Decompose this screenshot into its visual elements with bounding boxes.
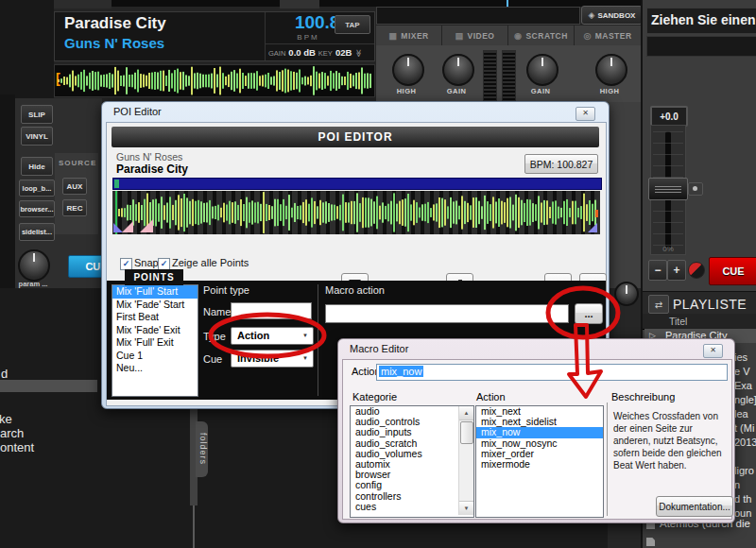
vu-meter-right (502, 50, 516, 104)
browser-item-fragment[interactable]: d (1, 367, 8, 381)
pitch-minus-button[interactable]: − (648, 260, 667, 281)
browser-selected-row[interactable] (0, 380, 97, 392)
playlist-row-fragment[interactable]: ies (734, 351, 756, 363)
scroll-down-button[interactable]: ▼ (459, 501, 473, 515)
list-item[interactable]: First Beat (112, 311, 198, 324)
kategorie-list[interactable]: audio audio_controls audio_inputs audio_… (350, 405, 474, 518)
macro-editor-titlebar[interactable]: Macro Editor ✕ (338, 339, 734, 359)
loop-button[interactable]: loop_b... (19, 180, 55, 197)
list-item[interactable]: Mix 'Fade' Start (112, 299, 198, 312)
list-item[interactable]: Neu... (112, 362, 198, 375)
action-list[interactable]: mix_next mix_next_sidelist mix_now mix_n… (475, 405, 604, 518)
cue-select[interactable]: Invisible ▼ (231, 350, 314, 368)
tab-scratch[interactable]: ◉ SCRATCH (508, 26, 574, 45)
poi-editor-titlebar[interactable]: POI Editor ✕ (102, 102, 609, 122)
macro-action-input[interactable] (325, 304, 569, 323)
poi-marker-pink2[interactable] (140, 219, 153, 232)
playlist-row-partial[interactable] (643, 535, 756, 548)
playlist-row-fragment[interactable]: ngle] (734, 394, 756, 405)
chevron-down-icon: ▼ (302, 355, 308, 361)
close-icon[interactable]: ✕ (703, 344, 723, 358)
macro-browse-button[interactable]: ... (575, 303, 603, 324)
pitch-plus-button[interactable]: + (667, 260, 686, 281)
browser-button[interactable]: browser... (19, 200, 55, 217)
position-indicator (114, 180, 119, 188)
tab-video[interactable]: ▤ VIDEO (442, 26, 507, 45)
dokumentation-button[interactable]: Dokumentation... (656, 496, 733, 517)
beschreibung-text: Weiches Crossfaden von der einen Seite z… (613, 410, 727, 471)
tab-mixer-label: MIXER (401, 31, 428, 41)
song-position-bar[interactable] (112, 178, 602, 190)
list-item[interactable]: Mix 'Full' Start (112, 285, 198, 299)
browser-item-fragment[interactable]: ke (0, 412, 12, 426)
scrollbar-thumb[interactable] (460, 421, 473, 444)
playlist-row-fragment[interactable]: n (734, 479, 756, 490)
action-input[interactable]: mix_now (376, 364, 728, 381)
playlist-row-fragment[interactable]: lea (734, 408, 756, 420)
close-icon[interactable]: ✕ (576, 107, 595, 121)
points-tab[interactable]: POINTS (125, 269, 183, 285)
poi-marker-pink[interactable] (122, 221, 133, 232)
vinyl-button[interactable]: VINYL (21, 127, 53, 146)
tab-mixer[interactable]: ▦ MIXER (376, 26, 441, 45)
sandbox-button[interactable]: ◈ SANDBOX (581, 6, 643, 25)
eq-high-knob-left[interactable] (392, 54, 424, 86)
name-input[interactable] (231, 302, 312, 319)
cue-dot-icon[interactable] (688, 262, 705, 279)
type-select-value: Action (237, 330, 269, 341)
poi-waveform[interactable] (112, 191, 600, 234)
type-select[interactable]: Action ▼ (231, 327, 314, 345)
deck-waveform[interactable]: [ (54, 64, 375, 97)
beschreibung-divider (607, 402, 608, 516)
gain-knob-right[interactable] (526, 54, 558, 86)
cue-button-right-deck[interactable]: CUE (709, 257, 756, 285)
sandbox-label: SANDBOX (597, 11, 635, 20)
playlist-row-fragment[interactable]: t (Mi (734, 422, 756, 434)
playlist-row-fragment[interactable]: d th (734, 493, 756, 505)
param-knob[interactable] (18, 249, 50, 282)
playlist-column-header[interactable]: Titel (643, 314, 756, 330)
fader-side-nub[interactable] (688, 182, 703, 196)
slip-button[interactable]: SLIP (21, 105, 53, 124)
zeige-alle-points-label: Zeige alle Points (172, 257, 249, 268)
points-list[interactable]: Mix 'Full' Start Mix 'Fade' Start First … (112, 284, 198, 397)
titel-column-label: Titel (669, 316, 687, 327)
playlist-row-fragment[interactable]: Exa (734, 380, 756, 391)
playlist-row-fragment[interactable]: 2013 (734, 437, 756, 448)
crossfader-knob[interactable] (614, 282, 639, 306)
kategorie-scrollbar[interactable]: ▲ ▼ (458, 406, 473, 515)
poi-marker-blue-end[interactable] (588, 223, 597, 232)
tab-master[interactable]: ◎ MASTER (575, 26, 641, 45)
chevron-down-icon[interactable]: ≫ (354, 49, 363, 57)
list-item-selected[interactable]: mix_now (476, 427, 603, 437)
tab-video-label: VIDEO (468, 31, 495, 41)
eq-high-knob-right[interactable] (595, 54, 627, 86)
shuffle-icon[interactable]: ⇄ (648, 295, 669, 314)
list-item[interactable]: config (351, 480, 473, 490)
name-label: Name (203, 306, 231, 317)
list-item[interactable]: Mix 'Full' Exit (112, 336, 198, 350)
list-item[interactable]: Cue 1 (112, 350, 198, 363)
hide-button[interactable]: Hide (21, 157, 53, 176)
list-item[interactable]: audio_inputs (351, 427, 473, 437)
browser-item-fragment[interactable]: ontent (0, 440, 34, 454)
sidelist-button[interactable]: sidelist... (19, 223, 55, 241)
list-item[interactable]: Mix 'Fade' Exit (112, 324, 198, 337)
tap-button[interactable]: TAP (335, 15, 370, 34)
list-item[interactable]: cues (351, 502, 473, 512)
playlist-row-fragment[interactable]: e V (734, 366, 756, 377)
rec-button[interactable]: REC (62, 199, 87, 216)
aux-button[interactable]: AUX (62, 178, 87, 195)
bpm-button[interactable]: BPM: 100.827 (524, 154, 598, 174)
action-input-value: mix_now (379, 366, 423, 377)
scroll-up-button[interactable]: ▲ (459, 406, 473, 420)
panel-divider-thin (193, 505, 195, 548)
pitch-fader-handle[interactable] (648, 178, 688, 200)
browser-item-fragment[interactable]: arch (0, 426, 24, 440)
folders-tab[interactable]: folders (196, 421, 208, 477)
list-item[interactable]: mixermode (476, 459, 603, 470)
status-bar-cursor (507, 0, 508, 7)
playlist-row-fragment[interactable]: ligro (734, 465, 756, 476)
gain-knob-left[interactable] (442, 54, 474, 86)
drop-zone[interactable]: Ziehen Sie einen (646, 8, 756, 34)
